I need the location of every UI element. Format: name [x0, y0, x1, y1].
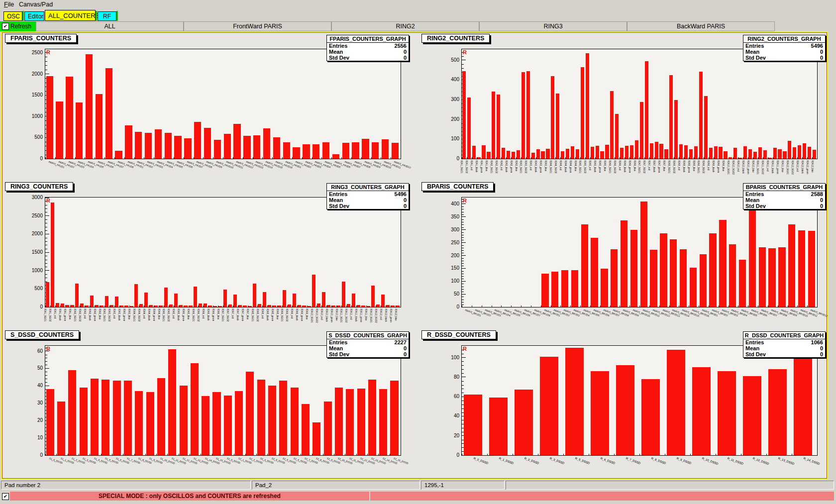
bar[interactable] [571, 146, 574, 159]
bar[interactable] [298, 305, 301, 307]
bar[interactable] [763, 150, 767, 159]
bar[interactable] [699, 72, 703, 159]
bar[interactable] [586, 53, 589, 159]
plot-frame[interactable]: R020406080100 [461, 345, 818, 456]
bar[interactable] [233, 295, 237, 307]
bar[interactable] [342, 143, 349, 159]
bar[interactable] [268, 386, 276, 455]
bar[interactable] [625, 146, 628, 159]
bar[interactable] [96, 94, 103, 159]
bar[interactable] [194, 122, 201, 159]
stats-box[interactable]: RING2_COUNTERS_GRAPH Entries5496 Mean0 S… [743, 35, 826, 61]
bar[interactable] [571, 270, 578, 307]
bar[interactable] [75, 284, 79, 307]
bar[interactable] [778, 247, 785, 307]
bar[interactable] [86, 54, 93, 159]
bar[interactable] [679, 144, 683, 159]
bar[interactable] [684, 145, 688, 159]
bar[interactable] [80, 388, 88, 455]
bar[interactable] [283, 290, 286, 307]
bar[interactable] [793, 147, 796, 159]
bar[interactable] [263, 292, 266, 307]
bar[interactable] [352, 142, 359, 159]
pad-bparis-counters[interactable]: BPARIS_COUNTERS BPARIS_COUNTERS_GRAPH En… [420, 181, 825, 328]
bar[interactable] [324, 402, 332, 455]
bar[interactable] [749, 207, 756, 307]
bar[interactable] [65, 305, 69, 307]
menu-canvas-pad[interactable]: Canvas/Pad [19, 1, 53, 8]
bar[interactable] [258, 304, 261, 307]
bar[interactable] [605, 145, 609, 159]
bar[interactable] [214, 140, 221, 159]
bar[interactable] [80, 303, 84, 307]
bar[interactable] [194, 287, 197, 307]
bar[interactable] [105, 296, 108, 307]
bar[interactable] [154, 305, 158, 307]
bar[interactable] [640, 102, 643, 159]
bar[interactable] [346, 389, 354, 455]
bar[interactable] [164, 288, 168, 307]
bar[interactable] [591, 147, 594, 159]
plot-frame[interactable]: R050010001500200025003000 [45, 197, 401, 307]
bar[interactable] [139, 304, 143, 307]
bar[interactable] [293, 294, 296, 307]
bar[interactable] [135, 132, 142, 159]
bar[interactable] [56, 303, 59, 307]
bar[interactable] [778, 149, 781, 159]
bar[interactable] [376, 304, 380, 307]
bar[interactable] [773, 148, 777, 159]
bar[interactable] [248, 306, 251, 307]
bar[interactable] [621, 220, 627, 307]
bar[interactable] [332, 154, 339, 159]
bar[interactable] [464, 395, 482, 455]
bar[interactable] [243, 136, 250, 159]
bar[interactable] [709, 148, 713, 159]
bar[interactable] [335, 388, 343, 455]
bar[interactable] [235, 391, 243, 455]
bar[interactable] [159, 305, 163, 307]
stats-box[interactable]: R_DSSD_COUNTERS_GRAPH Entries1066 Mean0 … [743, 331, 826, 358]
stats-box[interactable]: S_DSSD_COUNTERS_GRAPH Entries2227 Mean0 … [326, 331, 409, 358]
bar[interactable] [522, 72, 525, 159]
bar[interactable] [51, 202, 54, 307]
bar[interactable] [556, 94, 559, 159]
bar[interactable] [541, 274, 548, 307]
bar[interactable] [601, 269, 608, 307]
bar[interactable] [85, 305, 89, 307]
bar[interactable] [462, 71, 466, 159]
bar[interactable] [541, 151, 544, 159]
histogram-title-box[interactable]: FPARIS_COUNTERS [5, 34, 77, 43]
bar[interactable] [798, 230, 805, 307]
bar[interactable] [303, 144, 310, 159]
bar[interactable] [546, 149, 549, 159]
bar[interactable] [110, 305, 113, 307]
bar[interactable] [581, 67, 584, 159]
bar[interactable] [581, 224, 588, 307]
bar[interactable] [347, 304, 350, 307]
bar[interactable] [279, 381, 287, 455]
pad-r-dssd-counters[interactable]: R_DSSD_COUNTERS R_DSSD_COUNTERS_GRAPH En… [420, 329, 825, 477]
bar[interactable] [645, 61, 648, 159]
bar[interactable] [337, 305, 340, 307]
bar[interactable] [155, 129, 162, 159]
bar[interactable] [565, 348, 584, 455]
pad-ring2-counters[interactable]: RING2_COUNTERS RING2_COUNTERS_GRAPH Entr… [420, 33, 825, 180]
bar[interactable] [224, 134, 231, 159]
bar[interactable] [664, 149, 668, 159]
bar[interactable] [758, 147, 762, 159]
bar[interactable] [487, 152, 490, 159]
bar[interactable] [129, 306, 133, 307]
bar[interactable] [146, 392, 154, 455]
bar[interactable] [102, 380, 109, 455]
bar[interactable] [718, 371, 736, 455]
bar[interactable] [694, 146, 698, 159]
bar[interactable] [512, 152, 515, 159]
bar[interactable] [641, 379, 660, 455]
bar[interactable] [68, 370, 76, 455]
section-button-ring3[interactable]: RING3 [479, 21, 627, 31]
bar[interactable] [361, 305, 365, 307]
bar[interactable] [467, 98, 471, 159]
bar[interactable] [808, 147, 811, 159]
bar[interactable] [124, 381, 132, 455]
stats-box[interactable]: BPARIS_COUNTERS_GRAPH Entries2588 Mean0 … [743, 183, 826, 209]
